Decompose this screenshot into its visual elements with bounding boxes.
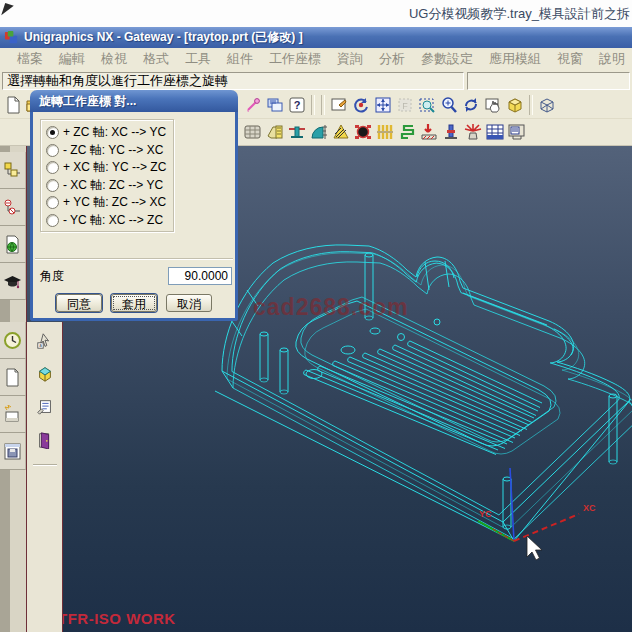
mold-block-icon[interactable]	[242, 121, 264, 143]
sprue-spray-icon[interactable]	[462, 121, 484, 143]
new-icon[interactable]	[2, 94, 24, 116]
web-page-icon	[3, 235, 22, 254]
tab-assembly-navigator[interactable]	[0, 152, 26, 189]
mold-insert-icon[interactable]	[264, 121, 286, 143]
regenerate-icon[interactable]	[350, 94, 372, 116]
mold-table-icon[interactable]	[484, 121, 506, 143]
toolbar-separator	[321, 95, 325, 115]
menu-wcs[interactable]: 工作座標	[261, 48, 329, 70]
menu-tools[interactable]: 工具	[177, 48, 219, 70]
dialog-title: 旋轉工作座標 對...	[39, 94, 136, 108]
radio-option-row[interactable]: - YC 軸: XC --> ZC	[46, 212, 173, 230]
cavity-region-icon[interactable]	[352, 121, 374, 143]
layers-icon[interactable]	[264, 94, 286, 116]
menu-edit[interactable]: 編輯	[51, 48, 93, 70]
radio-button[interactable]	[46, 196, 59, 209]
menu-assemblies[interactable]: 組件	[219, 48, 261, 70]
notes-icon[interactable]	[32, 394, 58, 420]
menu-help[interactable]: 說明	[591, 48, 632, 70]
iso-box-icon[interactable]	[32, 361, 58, 387]
tab-history[interactable]	[0, 322, 26, 359]
radio-option-row[interactable]: - ZC 軸: YC --> XC	[46, 142, 173, 160]
gate-icon[interactable]	[418, 121, 440, 143]
svg-text:F: F	[402, 101, 408, 111]
page-icon	[3, 368, 22, 387]
angle-input[interactable]	[168, 267, 232, 285]
tab-constraint-navigator[interactable]	[0, 189, 26, 226]
constraint-navigator-icon	[3, 198, 22, 217]
rotate-wcs-dialog: 旋轉工作座標 對... + ZC 軸: XC --> YC - ZC 軸: YC…	[30, 112, 238, 321]
floppy-window-icon	[3, 442, 22, 461]
angle-row: 角度	[40, 267, 232, 285]
radio-option-row[interactable]: + ZC 軸: XC --> YC	[46, 124, 173, 142]
menu-window[interactable]: 視窗	[549, 48, 591, 70]
zoom-selection-icon[interactable]: F	[394, 94, 416, 116]
menu-information[interactable]: 資詢	[329, 48, 371, 70]
runner-icon[interactable]	[396, 121, 418, 143]
exit-door-icon[interactable]	[32, 427, 58, 453]
shaded-cube-icon[interactable]	[504, 94, 526, 116]
clock-icon	[3, 331, 22, 350]
dialog-buttons: 同意 套用 取消	[33, 294, 235, 312]
cancel-button[interactable]: 取消	[166, 294, 212, 312]
menu-analysis[interactable]: 分析	[371, 48, 413, 70]
radio-button[interactable]	[46, 161, 59, 174]
zoom-window-icon[interactable]	[416, 94, 438, 116]
sketch-wand-icon[interactable]	[242, 94, 264, 116]
parting-surface-icon[interactable]	[308, 121, 330, 143]
side-toolbar: a	[27, 322, 63, 632]
video-title-strip: UG分模视频教学.tray_模具設計前之拆	[0, 0, 632, 27]
wireframe-cube-icon[interactable]	[536, 94, 558, 116]
mold-monitor-icon[interactable]	[506, 121, 528, 143]
wcs-yc-label: YC	[479, 509, 492, 519]
resource-bar-gap	[0, 300, 26, 322]
menu-application[interactable]: 應用模組	[481, 48, 549, 70]
radio-button[interactable]	[46, 179, 59, 192]
radio-option-row[interactable]: - XC 軸: ZC --> YC	[46, 177, 173, 195]
mouse-cursor	[527, 536, 542, 560]
rotate-view-icon[interactable]	[460, 94, 482, 116]
watermark: cad2688.com	[253, 294, 408, 321]
resource-bar	[0, 146, 26, 632]
radio-label: - ZC 軸: YC --> XC	[63, 142, 163, 159]
help-icon[interactable]: ?	[286, 94, 308, 116]
radio-option-row[interactable]: + XC 軸: YC --> ZC	[46, 159, 173, 177]
fit-view-icon[interactable]	[372, 94, 394, 116]
side-toolbar-divider	[33, 464, 57, 466]
tab-web-browser[interactable]	[0, 226, 26, 263]
apply-button[interactable]: 套用	[111, 294, 157, 312]
video-cursor-mark	[1, 3, 14, 18]
ok-button[interactable]: 同意	[56, 294, 102, 312]
radio-label: + XC 軸: YC --> ZC	[63, 159, 166, 176]
radio-button[interactable]	[46, 144, 59, 157]
tab-training[interactable]	[0, 263, 26, 300]
zoom-in-out-icon[interactable]	[438, 94, 460, 116]
nx-logo-icon	[4, 30, 19, 45]
tab-new-part[interactable]	[0, 396, 26, 433]
update-display-icon[interactable]	[328, 94, 350, 116]
window-titlebar: Unigraphics NX - Gateway - [traytop.prt …	[0, 27, 632, 48]
radio-button[interactable]	[46, 214, 59, 227]
menu-bar: 檔案 編輯 檢視 格式 工具 組件 工作座標 資詢 分析 參數設定 應用模組 視…	[0, 48, 632, 71]
core-pattern-icon[interactable]	[330, 121, 352, 143]
radio-label: - YC 軸: XC --> ZC	[63, 212, 163, 229]
select-tool-icon[interactable]: a	[32, 328, 58, 354]
cue-prompt: 選擇轉軸和角度以進行工作座標之旋轉	[2, 72, 464, 90]
radio-option-row[interactable]: + YC 軸: ZC --> XC	[46, 194, 173, 212]
slider-set-icon[interactable]	[374, 121, 396, 143]
cue-bar: 選擇轉軸和角度以進行工作座標之旋轉	[0, 70, 632, 92]
menu-preferences[interactable]: 參數設定	[413, 48, 481, 70]
pan-icon[interactable]	[482, 94, 504, 116]
tab-blank-page[interactable]	[0, 359, 26, 396]
menu-format[interactable]: 格式	[135, 48, 177, 70]
menu-view[interactable]: 檢視	[93, 48, 135, 70]
dialog-separator	[35, 258, 233, 260]
parting-line-icon[interactable]	[286, 121, 308, 143]
radio-button[interactable]	[46, 126, 59, 139]
ejector-pin-icon[interactable]	[440, 121, 462, 143]
tab-save-window[interactable]	[0, 433, 26, 470]
toolbar-separator	[311, 95, 315, 115]
dialog-titlebar[interactable]: 旋轉工作座標 對...	[30, 90, 238, 112]
menu-file[interactable]: 檔案	[9, 48, 51, 70]
angle-label: 角度	[40, 268, 64, 285]
